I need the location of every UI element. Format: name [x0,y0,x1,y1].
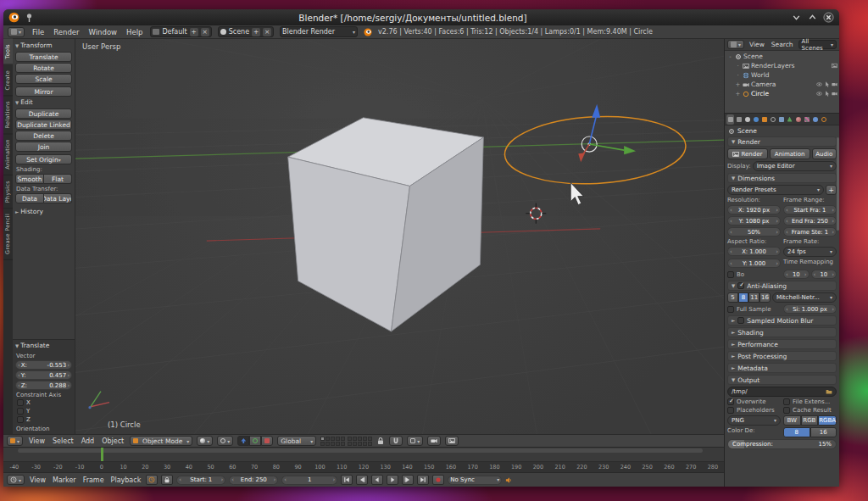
folder-icon[interactable] [826,388,832,395]
aspect-y-field[interactable]: Y: 1.000 [727,259,781,268]
resolution-scale-field[interactable]: 50% [727,227,781,237]
constraint-x-checkbox[interactable] [17,399,24,406]
titlebar[interactable]: Blender* [/home/sergiy/Документы/untitle… [3,9,839,25]
scale-button[interactable]: Scale [15,74,72,84]
aa-size-field[interactable]: Si: 1.000 px [783,304,837,314]
layer-cell[interactable] [358,437,362,441]
frame-step-field[interactable]: Frame Ste: 1 [783,227,837,237]
expander-toggle[interactable]: - [727,53,733,60]
cache-result-checkbox[interactable] [783,407,790,414]
tool-shelf-tab-relations[interactable]: Relations [3,96,13,135]
cursor-toggle-icon[interactable] [824,91,830,97]
history-panel-header[interactable]: History [13,206,75,217]
edit-panel-header[interactable]: Edit [13,97,75,108]
constraint-z-checkbox[interactable] [17,416,24,423]
tool-shelf-tab-create[interactable]: Create [3,65,13,96]
view3d-menu-add[interactable]: Add [80,437,97,445]
translate-manipulator-toggle[interactable] [237,436,249,446]
timeline-editor[interactable]: -40-30-20-100102030405060708090100110120… [3,447,724,472]
properties-tab-particles[interactable] [811,114,819,125]
sync-mode-select[interactable]: No Sync [448,476,502,485]
render-animation-button[interactable]: Animation [770,148,810,159]
properties-tab-data[interactable] [786,114,793,125]
properties-tab-render-layers[interactable] [735,114,743,125]
anti-aliasing-section-header[interactable]: Anti-Aliasing [727,281,837,291]
metadata-section-header[interactable]: Metadata [727,363,837,373]
anti-aliasing-checkbox[interactable] [737,282,744,289]
timeline-editor-type-button[interactable] [7,475,25,485]
set-origin-dropdown[interactable]: Set Origin [15,154,72,164]
layer-cell[interactable] [326,442,330,446]
layer-cell[interactable] [348,437,352,441]
properties-scrollbar[interactable] [837,137,839,231]
properties-tab-texture[interactable] [803,114,810,125]
delete-scene-button[interactable] [263,28,271,36]
timeline-menu-marker[interactable]: Marker [51,476,78,484]
resolution-y-field[interactable]: Y: 1080 px [727,216,781,225]
manipulator-z-arrow[interactable] [592,104,600,118]
jump-to-end-button[interactable] [417,475,429,485]
next-keyframe-button[interactable] [402,475,414,485]
view3d-editor-type-button[interactable] [7,436,23,446]
file-extensions-checkbox[interactable] [783,398,790,405]
channel-rgba[interactable]: RGBA [818,415,837,426]
timeline-menu-playback[interactable]: Playback [109,476,143,484]
transform-panel-header[interactable]: Transform [13,40,75,51]
transform-manipulator[interactable] [578,104,636,163]
eye-toggle-icon[interactable] [816,91,822,97]
menu-file[interactable]: File [31,28,46,36]
layer-cell[interactable] [331,437,335,441]
snap-element-select[interactable] [407,436,423,446]
render-presets-select[interactable]: Render Presets [727,185,824,195]
timeline-menu-frame[interactable]: Frame [81,476,106,484]
render-button[interactable]: Render [727,148,768,159]
lock-time-toggle[interactable] [161,475,173,485]
outliner-item-renderlayers[interactable]: ·RenderLayers [725,61,839,70]
timeline-scrollbar[interactable] [18,448,703,453]
layer-cell[interactable] [348,442,352,446]
file-format-select[interactable]: PNG [727,415,781,426]
remap-new-field[interactable]: 10 [811,270,837,279]
manipulator-y-arrow[interactable] [624,146,636,154]
manipulator-x-arrow[interactable] [578,153,585,162]
performance-section-header[interactable]: Performance [727,339,837,349]
audio-speaker-icon[interactable] [505,476,513,484]
eye-toggle-icon[interactable] [816,81,822,87]
operator-panel-header[interactable]: Translate [13,340,75,351]
viewport-3d[interactable]: User Persp (1) Circle [75,39,724,434]
vector-y-field[interactable]: Y: 0.457 [15,370,72,380]
aa-filter-select[interactable]: Mitchell-Netr... [772,292,837,303]
border-checkbox[interactable] [727,271,734,278]
layer-cell[interactable] [358,442,362,446]
duplicate-linked-button[interactable]: Duplicate Linked [15,120,72,130]
screen-layout-selector[interactable]: Default [150,26,211,37]
rotate-button[interactable]: Rotate [15,63,72,73]
render-section-header[interactable]: Render [727,136,837,147]
add-screen-layout-button[interactable] [190,28,198,36]
render-audio-button[interactable]: Audio [812,148,837,159]
start-frame-field[interactable]: Start Fra: 1 [783,205,837,214]
channel-rgb[interactable]: RGB [801,415,819,426]
editor-type-button[interactable] [8,27,25,37]
delete-button[interactable]: Delete [15,131,72,141]
viewport-canvas[interactable] [75,39,724,434]
lock-icon[interactable] [376,437,385,445]
resolution-x-field[interactable]: X: 1920 px [727,205,781,214]
expander-toggle[interactable]: + [735,91,741,97]
layer-cell[interactable] [353,437,357,441]
layer-cell[interactable] [363,437,367,441]
aa-samples-16[interactable]: 16 [760,292,771,303]
layer-cell[interactable] [368,437,372,441]
frame-end-field[interactable]: End:250 [229,476,278,485]
vector-x-field[interactable]: X: -0.553 [15,360,72,370]
camera-toggle-icon[interactable] [832,91,837,97]
transfer-data-layout-button[interactable]: Data Layo [44,193,72,203]
properties-tab-physics[interactable] [820,114,827,125]
snap-toggle[interactable] [389,436,403,446]
properties-tab-scene[interactable] [743,114,751,125]
placeholders-checkbox[interactable] [727,407,734,414]
delete-screen-layout-button[interactable] [201,28,209,36]
post-processing-section-header[interactable]: Post Processing [727,351,837,361]
transfer-data-button[interactable]: Data [15,193,44,203]
play-reverse-button[interactable] [371,475,383,485]
